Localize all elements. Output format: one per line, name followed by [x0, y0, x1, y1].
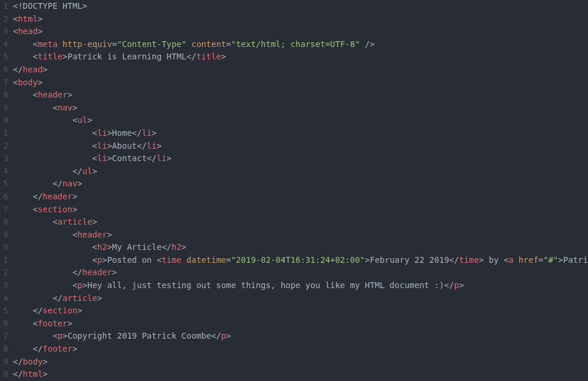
token-gray: >: [92, 217, 97, 226]
token-gray: =: [112, 39, 117, 49]
code-line[interactable]: <p>Hey all, just testing out some things…: [13, 279, 588, 292]
token-tag: nav: [58, 103, 72, 112]
line-number: 4: [0, 38, 8, 51]
code-line[interactable]: </html>: [13, 368, 588, 381]
line-number: 4: [0, 292, 8, 305]
code-line[interactable]: </article>: [13, 292, 588, 305]
token-attr: content: [192, 39, 226, 49]
token-gray: <: [33, 205, 38, 214]
token-attr: href: [519, 255, 539, 265]
code-line[interactable]: </nav>: [13, 178, 588, 190]
code-line[interactable]: </ul>: [13, 165, 588, 178]
token-gray: >: [112, 268, 117, 277]
line-number: 6: [0, 63, 8, 76]
token-gray: >: [107, 230, 112, 239]
token-gray: </: [72, 268, 82, 277]
token-gray: >: [102, 255, 107, 265]
code-line[interactable]: </header>: [13, 266, 588, 279]
code-line[interactable]: </header>: [13, 190, 588, 203]
token-tag: ul: [82, 166, 92, 176]
code-line[interactable]: <head>: [13, 25, 588, 38]
token-text: Hey all, just testing out some things, h…: [87, 280, 444, 290]
code-area[interactable]: <!DOCTYPE HTML><html><head> <meta http-e…: [8, 0, 588, 381]
code-line[interactable]: <li>About</li>: [13, 140, 588, 153]
token-tag: li: [156, 153, 166, 163]
token-tag: article: [58, 217, 92, 226]
token-tag: h2: [172, 242, 182, 252]
token-gray: </: [33, 306, 43, 315]
token-tag: title: [38, 52, 62, 61]
token-gray: </: [186, 52, 196, 61]
token-gray: </: [147, 153, 157, 163]
line-number: 4: [0, 165, 8, 178]
token-tag: ul: [78, 115, 88, 125]
token-tag: nav: [62, 179, 77, 188]
token-gray: >: [365, 255, 370, 265]
code-line[interactable]: <!DOCTYPE HTML>: [13, 0, 588, 13]
token-gray: </: [211, 331, 221, 340]
token-tag: h2: [97, 242, 107, 252]
code-line[interactable]: <h2>My Article</h2>: [13, 241, 588, 254]
token-gray: >: [82, 1, 87, 11]
code-line[interactable]: <section>: [13, 203, 588, 216]
code-line[interactable]: <header>: [13, 229, 588, 242]
token-tag: p: [78, 280, 82, 290]
line-number: 8: [0, 343, 8, 356]
token-gray: >: [72, 192, 77, 201]
token-text: February 22 2019: [370, 255, 449, 265]
token-gray: [186, 39, 191, 49]
token-gray: >: [221, 52, 226, 61]
token-text: Copyright 2019 Patrick Coombe: [68, 331, 211, 340]
token-gray: </: [52, 293, 62, 303]
token-gray: <: [72, 230, 77, 239]
code-line[interactable]: <nav>: [13, 102, 588, 115]
token-tag: body: [18, 78, 38, 87]
line-number: 5: [0, 51, 8, 63]
token-tag: header: [43, 192, 73, 201]
code-line[interactable]: <p>Copyright 2019 Patrick Coombe</p>: [13, 330, 588, 343]
token-gray: >: [92, 166, 97, 176]
token-gray: <: [52, 103, 57, 112]
code-line[interactable]: </head>: [13, 63, 588, 76]
code-line[interactable]: </body>: [13, 356, 588, 369]
token-text: by: [484, 255, 504, 265]
code-line[interactable]: <body>: [13, 76, 588, 89]
token-tag: html: [23, 369, 43, 379]
code-line[interactable]: <li>Home</li>: [13, 127, 588, 140]
code-line[interactable]: <title>Patrick is Learning HTML</title>: [13, 51, 588, 63]
token-gray: >: [72, 205, 77, 214]
code-line[interactable]: <html>: [13, 13, 588, 26]
token-gray: >: [459, 280, 464, 290]
token-gray: [182, 255, 186, 265]
line-number: 6: [0, 317, 8, 330]
code-line[interactable]: <p>Posted on <time datetime="2019-02-04T…: [13, 254, 588, 267]
line-number: 7: [0, 330, 8, 343]
code-editor[interactable]: 123456789012345678901234567890 <!DOCTYPE…: [0, 0, 588, 381]
line-number: 1: [0, 127, 8, 140]
line-number: 2: [0, 140, 8, 153]
code-line[interactable]: <header>: [13, 89, 588, 102]
line-number: 2: [0, 266, 8, 279]
token-gray: >: [152, 128, 156, 138]
token-tag: body: [23, 357, 43, 366]
code-line[interactable]: </footer>: [13, 343, 588, 356]
token-text: About: [112, 141, 137, 151]
code-line[interactable]: <ul>: [13, 114, 588, 127]
line-number: 3: [0, 279, 8, 292]
token-gray: <: [33, 319, 38, 328]
line-number: 3: [0, 152, 8, 165]
code-line[interactable]: <meta http-equiv="Content-Type" content=…: [13, 38, 588, 51]
token-tag: li: [97, 153, 107, 163]
code-line[interactable]: <article>: [13, 216, 588, 229]
line-number: 8: [0, 216, 8, 229]
token-gray: >: [72, 344, 77, 353]
token-gray: >: [72, 103, 77, 112]
code-line[interactable]: </section>: [13, 305, 588, 317]
token-text: Patric: [563, 255, 588, 265]
token-doctype: DOCTYPE HTML: [23, 1, 82, 11]
token-tag: li: [147, 141, 157, 151]
token-gray: >: [38, 78, 42, 87]
code-line[interactable]: <li>Contact</li>: [13, 152, 588, 165]
code-line[interactable]: <footer>: [13, 317, 588, 330]
token-gray: >: [43, 369, 48, 379]
